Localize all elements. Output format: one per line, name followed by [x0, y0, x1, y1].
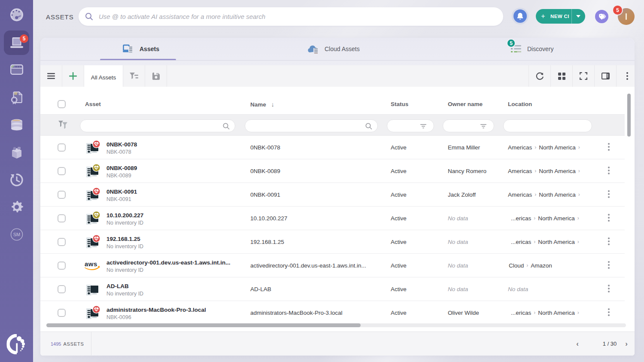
svg-text:SM: SM: [13, 232, 20, 237]
